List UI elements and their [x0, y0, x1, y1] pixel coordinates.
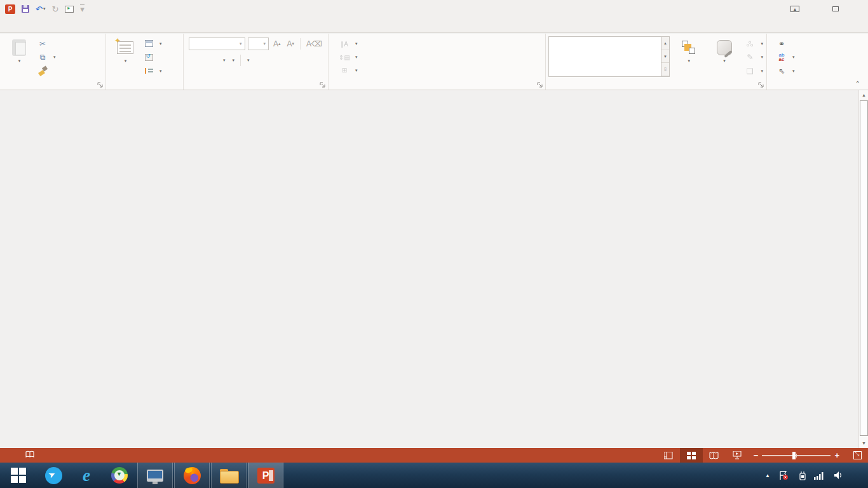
gallery-more-button[interactable]: ⍗ [661, 63, 669, 76]
layout-button[interactable]: ▾ [142, 37, 164, 50]
arrange-icon [682, 41, 696, 55]
power-icon[interactable] [797, 471, 806, 480]
section-button[interactable]: ▾ [142, 64, 164, 78]
font-group: ▾ ▾ A▴ A▾ A⌫ ▾ ▾ ▾ [184, 34, 329, 90]
increase-font-size-button[interactable]: A▴ [271, 39, 283, 48]
taskbar: e P ▲ [0, 463, 868, 488]
restore-button[interactable] [826, 2, 845, 16]
taskbar-firefox[interactable] [174, 463, 210, 488]
slide-sorter-view-button[interactable] [680, 448, 703, 463]
network-signal-icon[interactable] [814, 471, 825, 480]
scroll-up-arrow[interactable]: ▲ [860, 90, 868, 100]
collapse-ribbon-button[interactable]: ⌃ [855, 80, 860, 87]
cut-icon: ✂ [37, 39, 48, 48]
title-bar: P ↶▾ ↻ ▾ ▲ [0, 0, 868, 18]
start-button[interactable] [0, 463, 37, 488]
drawing-dialog-launcher[interactable] [758, 82, 764, 88]
quick-styles-icon [717, 40, 732, 55]
idm-icon [111, 467, 128, 484]
arrange-button[interactable]: ▾ [672, 36, 705, 78]
powerpoint-logo-icon[interactable]: P [5, 4, 15, 14]
save-button[interactable] [22, 5, 29, 13]
slideshow-icon [65, 6, 74, 13]
slide-show-button[interactable] [726, 448, 749, 463]
fit-slide-to-window-button[interactable] [853, 451, 862, 459]
reading-view-button[interactable] [703, 448, 726, 463]
shape-fill-button[interactable]: 🝆▾ [743, 37, 765, 50]
undo-button[interactable]: ↶▾ [36, 4, 45, 14]
find-button[interactable]: ⚭ [775, 37, 797, 50]
copy-icon: ⧉ [37, 53, 48, 62]
telegram-icon [45, 467, 62, 484]
normal-view-button[interactable] [657, 448, 680, 463]
zoom-out-button[interactable]: − [754, 451, 759, 460]
vertical-scrollbar[interactable]: ▲ ▼ [858, 90, 868, 448]
reset-icon [145, 54, 153, 61]
zoom-slider-thumb[interactable] [792, 452, 796, 459]
scrollbar-thumb[interactable] [860, 100, 868, 436]
ribbon: ▾ ✂ ⧉▾ ▾ ▾ ▾ [0, 34, 868, 90]
decrease-font-size-button[interactable]: A▾ [285, 39, 297, 48]
paste-button[interactable]: ▾ [3, 36, 36, 78]
zoom-slider[interactable] [762, 455, 831, 456]
shape-gallery [548, 36, 661, 77]
replace-button[interactable]: abac▾ [775, 51, 797, 64]
scroll-down-arrow[interactable]: ▼ [860, 438, 868, 448]
customize-quick-access-button[interactable]: ▾ [80, 4, 85, 14]
find-icon: ⚭ [776, 39, 787, 48]
help-button[interactable] [765, 2, 784, 16]
windows-logo-icon [11, 468, 26, 483]
volume-icon[interactable] [834, 471, 844, 480]
reset-button[interactable] [142, 51, 164, 64]
quick-styles-button[interactable]: ▾ [708, 36, 741, 78]
gallery-scroll-up-button[interactable]: ▲ [661, 37, 669, 50]
taskbar-internet-explorer[interactable]: e [70, 463, 103, 488]
clipboard-dialog-launcher[interactable] [97, 82, 104, 88]
start-from-beginning-button[interactable] [65, 6, 74, 13]
copy-button[interactable]: ⧉▾ [36, 51, 58, 64]
keyboard-icon [147, 470, 163, 482]
zoom-in-button[interactable]: + [834, 451, 839, 460]
replace-icon: abac [779, 53, 785, 62]
file-explorer-icon [220, 469, 238, 482]
paragraph-dialog-launcher[interactable] [537, 82, 543, 88]
taskbar-telegram[interactable] [37, 463, 70, 488]
paragraph-group: ∥A▾ ⇕▤▾ ⊞▾ [329, 34, 546, 90]
powerpoint-icon: P [257, 468, 275, 484]
change-case-button[interactable]: ▾ [230, 58, 237, 63]
font-size-combo[interactable]: ▾ [248, 37, 269, 50]
redo-button[interactable]: ↻ [51, 4, 58, 14]
taskbar-file-explorer[interactable] [211, 463, 247, 488]
action-center-icon[interactable] [778, 471, 789, 480]
ribbon-display-options-button[interactable]: ▲ [785, 2, 804, 16]
convert-smartart-button[interactable]: ⊞▾ [337, 64, 360, 77]
show-hidden-icons-button[interactable]: ▲ [765, 473, 770, 478]
font-dialog-launcher[interactable] [320, 82, 326, 88]
text-direction-button[interactable]: ∥A▾ [337, 37, 360, 51]
clipboard-group: ▾ ✂ ⧉▾ [0, 34, 106, 90]
gallery-scroll-down-button[interactable]: ▼ [661, 50, 669, 64]
new-slide-button[interactable]: ▾ [109, 36, 142, 78]
new-slide-icon [117, 41, 133, 54]
cut-button[interactable]: ✂ [36, 37, 58, 50]
spell-check-icon[interactable] [25, 451, 34, 460]
font-color-button[interactable]: ▾ [245, 58, 252, 63]
save-icon [22, 5, 29, 13]
align-text-button[interactable]: ⇕▤▾ [337, 51, 360, 64]
paste-icon [12, 39, 26, 56]
section-icon [145, 67, 153, 74]
firefox-icon [184, 467, 201, 484]
taskbar-idm[interactable] [103, 463, 136, 488]
clear-formatting-button[interactable]: A⌫ [304, 39, 324, 48]
format-painter-button[interactable] [36, 64, 58, 78]
taskbar-powerpoint[interactable]: P [248, 463, 283, 488]
character-spacing-button[interactable]: ▾ [220, 58, 227, 63]
taskbar-on-screen-keyboard[interactable] [137, 463, 173, 488]
select-button[interactable]: ⇖▾ [775, 64, 797, 78]
shape-outline-button[interactable]: ✎▾ [743, 51, 765, 64]
slides-group: ▾ ▾ ▾ [106, 34, 184, 90]
font-name-combo[interactable]: ▾ [189, 37, 245, 50]
minimize-button[interactable] [806, 2, 825, 16]
close-button[interactable] [846, 2, 865, 16]
shape-effects-button[interactable]: ❑▾ [743, 64, 765, 78]
